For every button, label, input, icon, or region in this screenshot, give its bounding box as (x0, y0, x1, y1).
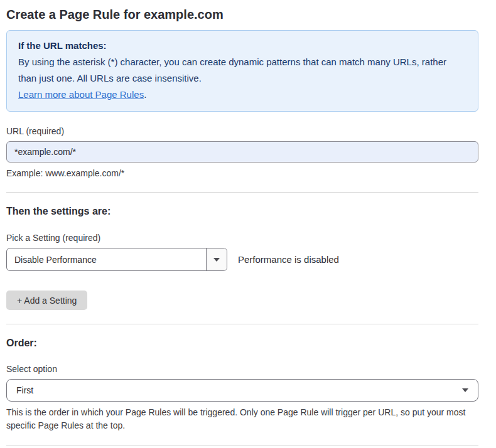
url-input[interactable] (6, 141, 478, 163)
order-select-label: Select option (6, 364, 478, 374)
pick-setting-label: Pick a Setting (required) (6, 233, 478, 243)
dropdown-caret-icon (462, 388, 468, 392)
create-page-rule-page: Create a Page Rule for example.com If th… (0, 0, 496, 448)
order-select-value: First (16, 385, 33, 395)
learn-more-link[interactable]: Learn more about Page Rules (18, 89, 144, 100)
url-matches-info-box: If the URL matches: By using the asteris… (6, 30, 478, 112)
info-box-body: By using the asterisk (*) character, you… (18, 54, 466, 87)
page-title: Create a Page Rule for example.com (6, 8, 478, 22)
dropdown-caret-icon (213, 258, 220, 262)
order-section-heading: Order: (6, 338, 478, 349)
divider (6, 445, 478, 446)
divider (6, 324, 478, 324)
info-box-text: By using the asterisk (*) character, you… (18, 56, 446, 83)
info-box-link-line: Learn more about Page Rules. (18, 87, 466, 103)
setting-select-arrow-button[interactable] (206, 248, 227, 270)
setting-select[interactable]: Disable Performance (6, 248, 227, 271)
settings-section-heading: Then the settings are: (6, 206, 478, 217)
url-field-label: URL (required) (6, 126, 478, 136)
setting-row: Disable Performance Performance is disab… (6, 248, 478, 271)
setting-select-value: Disable Performance (7, 248, 206, 270)
info-box-heading: If the URL matches: (18, 38, 466, 54)
divider (6, 192, 478, 193)
add-setting-button[interactable]: + Add a Setting (6, 291, 87, 310)
order-help-text: This is the order in which your Page Rul… (6, 406, 478, 432)
setting-status-text: Performance is disabled (238, 254, 339, 265)
url-example-text: Example: www.example.com/* (6, 168, 478, 178)
link-suffix-period: . (144, 89, 146, 100)
order-select[interactable]: First (6, 379, 478, 402)
